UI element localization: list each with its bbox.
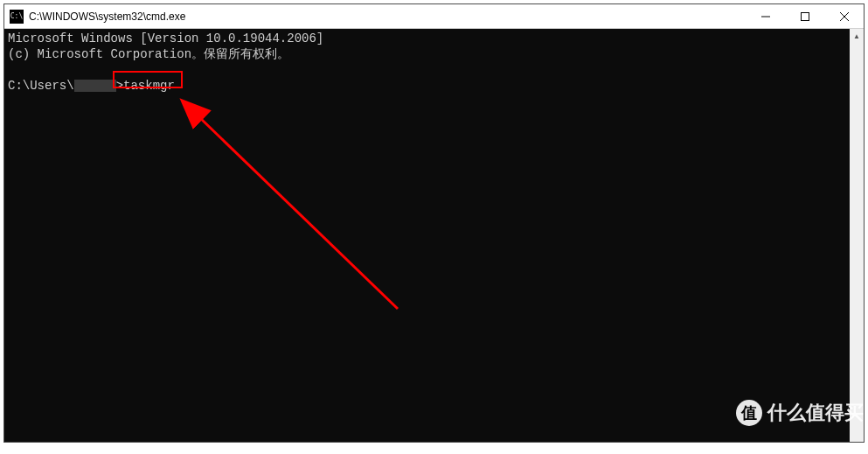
cmd-window: C:\ C:\WINDOWS\system32\cmd.exe ▲ Micros… <box>3 3 865 443</box>
console-output: Microsoft Windows [Version 10.0.19044.20… <box>4 29 864 95</box>
typed-command: taskmgr <box>123 79 175 93</box>
window-title: C:\WINDOWS\system32\cmd.exe <box>29 10 746 23</box>
watermark-badge-icon: 值 <box>736 400 762 426</box>
prompt-prefix: C:\Users\ <box>8 79 74 93</box>
minimize-button[interactable] <box>746 4 785 28</box>
console-body[interactable]: ▲ Microsoft Windows [Version 10.0.19044.… <box>4 29 864 442</box>
watermark-text: 什么值得买 <box>767 400 864 426</box>
svg-line-5 <box>198 116 398 309</box>
cmd-icon: C:\ <box>10 10 24 24</box>
scrollbar[interactable]: ▲ <box>850 29 864 442</box>
redacted-username <box>74 80 116 92</box>
close-button[interactable] <box>824 4 864 28</box>
version-line: Microsoft Windows [Version 10.0.19044.20… <box>8 31 323 45</box>
copyright-line: (c) Microsoft Corporation。保留所有权利。 <box>8 47 289 61</box>
watermark: 值 什么值得买 <box>736 400 864 426</box>
scroll-up-icon[interactable]: ▲ <box>850 29 864 43</box>
prompt-suffix: > <box>116 79 123 93</box>
annotation-arrow-icon <box>179 81 406 326</box>
window-controls <box>746 4 864 28</box>
maximize-button[interactable] <box>785 4 824 28</box>
svg-rect-1 <box>801 12 809 20</box>
titlebar[interactable]: C:\ C:\WINDOWS\system32\cmd.exe <box>4 4 864 29</box>
